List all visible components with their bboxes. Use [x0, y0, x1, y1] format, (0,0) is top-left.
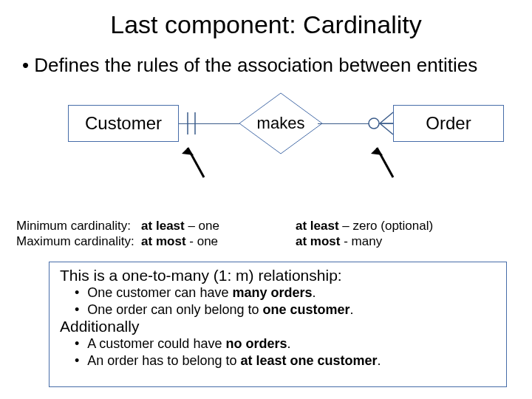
svg-point-3: [369, 118, 379, 129]
intro-bullet: Defines the rules of the association bet…: [0, 39, 532, 77]
list-item: An order has to belong to at least one c…: [88, 352, 499, 369]
svg-line-6: [380, 123, 393, 134]
summary-heading-2: Additionally: [60, 318, 499, 335]
entity-order: Order: [393, 105, 504, 142]
max-cardinality-line: at most - many: [296, 233, 517, 249]
summary-box: This is a one-to-many (1: m) relationshi…: [49, 262, 507, 387]
relationship-label: makes: [236, 90, 325, 157]
arrow-icon: [174, 140, 211, 188]
svg-marker-10: [371, 148, 383, 155]
list-item: One customer can have many orders.: [88, 284, 499, 301]
cardinality-notation-zero-many: [368, 105, 395, 145]
max-cardinality-line: Maximum cardinality: at most - one: [16, 233, 267, 249]
entity-customer: Customer: [68, 105, 179, 142]
er-diagram: Customer makes Order: [0, 90, 532, 179]
summary-heading-1: This is a one-to-many (1: m) relationshi…: [60, 267, 499, 284]
svg-line-4: [380, 112, 393, 123]
arrow-icon: [364, 140, 400, 188]
list-item: One order can only belong to one custome…: [88, 301, 499, 318]
min-cardinality-line: Minimum cardinality: at least – one: [16, 218, 267, 233]
cardinality-text-right: at least – zero (optional) at most - man…: [296, 218, 517, 250]
min-cardinality-line: at least – zero (optional): [296, 218, 517, 233]
cardinality-text-left: Minimum cardinality: at least – one Maxi…: [16, 218, 267, 250]
relationship-diamond: makes: [236, 90, 325, 157]
list-item: A customer could have no orders.: [88, 335, 499, 352]
slide-title: Last component: Cardinality: [0, 0, 532, 39]
svg-marker-8: [182, 148, 194, 155]
cardinality-notation-one-one: [179, 105, 205, 145]
